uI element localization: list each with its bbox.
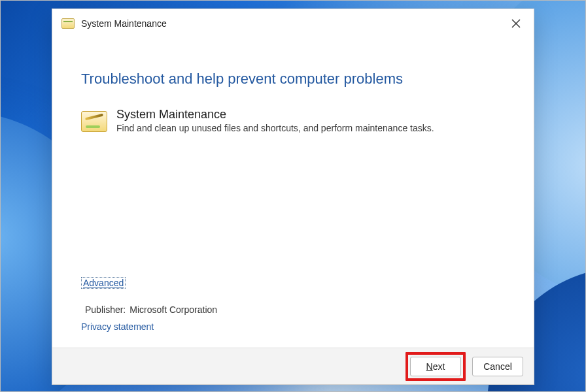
privacy-statement-link[interactable]: Privacy statement [81, 321, 217, 332]
advanced-link[interactable]: Advanced [81, 277, 126, 289]
troubleshooter-item: System Maintenance Find and clean up unu… [81, 107, 508, 135]
item-title: System Maintenance [116, 107, 508, 122]
bottom-meta: Advanced Publisher:Microsoft Corporation… [81, 277, 217, 332]
next-button-highlight: Next [405, 352, 466, 381]
next-button[interactable]: Next [410, 357, 461, 376]
troubleshooter-dialog: System Maintenance Troubleshoot and help… [52, 8, 534, 385]
maintenance-folder-icon [81, 111, 107, 132]
dialog-content: Troubleshoot and help prevent computer p… [52, 38, 534, 348]
item-texts: System Maintenance Find and clean up unu… [116, 107, 508, 135]
publisher-label: Publisher: [85, 304, 126, 315]
titlebar: System Maintenance [52, 9, 534, 38]
button-bar: Next Cancel [52, 348, 534, 384]
publisher-value: Microsoft Corporation [129, 304, 217, 315]
folder-wrench-icon [61, 18, 75, 29]
next-label-suffix: ext [433, 361, 445, 372]
item-description: Find and clean up unused files and short… [116, 122, 508, 135]
publisher-line: Publisher:Microsoft Corporation [81, 304, 217, 315]
window-title: System Maintenance [81, 18, 167, 29]
close-icon [511, 19, 521, 28]
cancel-button[interactable]: Cancel [472, 357, 523, 376]
page-title: Troubleshoot and help prevent computer p… [81, 71, 508, 88]
next-accelerator: N [426, 361, 433, 372]
close-button[interactable] [501, 12, 531, 35]
